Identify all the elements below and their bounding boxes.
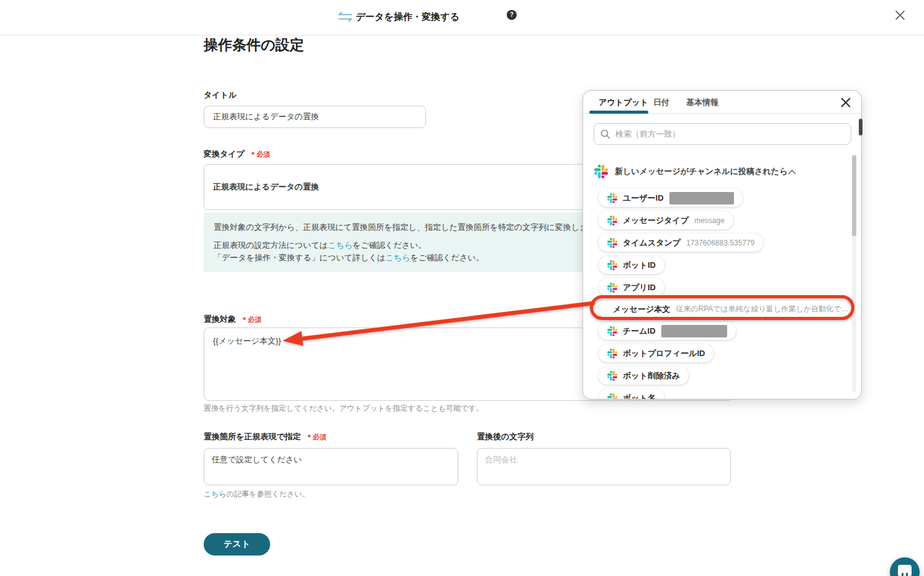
- help-icon[interactable]: ?: [507, 10, 517, 20]
- tab-date[interactable]: 日付: [653, 97, 669, 108]
- panel-close-icon[interactable]: [840, 97, 851, 111]
- slack-icon: [607, 283, 617, 293]
- type-field-label: 変換タイプ＊必須: [204, 149, 270, 160]
- redacted-value: [669, 192, 734, 204]
- redacted-value: [661, 325, 727, 337]
- search-placeholder: 検索（前方一致）: [615, 129, 680, 140]
- regex-textarea[interactable]: 任意で設定してください: [204, 448, 458, 485]
- slack-icon: [607, 238, 617, 248]
- required-badge: ＊必須: [250, 150, 270, 158]
- output-item-bot-profile-id[interactable]: ボットプロフィールID: [599, 344, 713, 362]
- required-badge: ＊必須: [241, 316, 261, 323]
- feature-guide-link[interactable]: こちら: [386, 253, 410, 262]
- output-item-timestamp[interactable]: タイムスタンプ 1737606883.535779: [599, 234, 763, 252]
- slack-icon: [607, 260, 617, 270]
- target-field-label: 置換対象＊必須: [204, 314, 261, 325]
- output-panel: アウトプット 日付 基本情報 検索（前方一致） 新しいメッセージがチャンネルに投…: [582, 90, 862, 400]
- tab-output[interactable]: アウトプット: [599, 97, 648, 108]
- output-item-user-id[interactable]: ユーザーID: [599, 189, 743, 207]
- hidden-button-edge: [859, 119, 863, 135]
- slack-icon: [607, 216, 617, 226]
- after-field-label: 置換後の文字列: [477, 431, 533, 442]
- trigger-group-label: 新しいメッセージがチャンネルに投稿されたら: [615, 166, 787, 177]
- output-item-bot-name[interactable]: ボット名: [599, 389, 664, 400]
- panel-scrollbar-thumb[interactable]: [852, 155, 856, 236]
- slack-icon: [607, 393, 617, 400]
- output-item-app-id[interactable]: アプリID: [599, 278, 664, 296]
- article-link[interactable]: こちら: [204, 490, 227, 498]
- output-item-bot-deleted[interactable]: ボット削除済み: [599, 367, 689, 385]
- slack-icon: [607, 371, 617, 381]
- modal-close-icon[interactable]: [894, 9, 906, 24]
- regex-helper-text: こちらの記事を参照ください。: [204, 489, 310, 500]
- test-button[interactable]: テスト: [204, 533, 270, 555]
- slack-icon: [607, 193, 617, 203]
- trigger-group-header[interactable]: 新しいメッセージがチャンネルに投稿されたら: [594, 162, 787, 181]
- slack-icon: [607, 349, 617, 359]
- page-title: 操作条件の設定: [204, 35, 304, 55]
- modal-header: データを操作・変換する ?: [0, 0, 924, 35]
- chat-launcher-button[interactable]: [890, 557, 920, 576]
- regex-guide-link[interactable]: こちら: [328, 240, 353, 250]
- output-item-message-type[interactable]: メッセージタイプ message: [599, 211, 733, 229]
- regex-field-label: 置換箇所を正規表現で指定＊必須: [204, 431, 327, 442]
- title-input[interactable]: 正規表現によるデータの置換: [204, 106, 426, 128]
- chat-icon: [898, 565, 912, 576]
- swap-arrows-icon: [338, 11, 353, 25]
- tab-basic-info[interactable]: 基本情報: [686, 97, 718, 108]
- modal-title: データを操作・変換する: [356, 11, 460, 23]
- required-badge: ＊必須: [306, 433, 327, 441]
- title-field-label: タイトル: [204, 89, 237, 101]
- chevron-up-icon[interactable]: [788, 169, 796, 175]
- active-tab-underline: [589, 111, 648, 114]
- target-helper-text: 置換を行う文字列を指定してください。アウトプットを指定することも可能です。: [204, 403, 483, 414]
- output-item-message-body[interactable]: メッセージ本文 従来のRPAでは単純な繰り返し作業しか自動化で…: [599, 299, 851, 319]
- output-item-team-id[interactable]: チームID: [599, 322, 736, 340]
- output-item-bot-id[interactable]: ボットID: [599, 256, 664, 274]
- search-icon: [600, 129, 610, 139]
- search-input[interactable]: 検索（前方一致）: [594, 123, 851, 145]
- after-textarea[interactable]: 合同会社: [477, 448, 731, 485]
- slack-icon: [607, 326, 617, 336]
- panel-tabs: アウトプット 日付 基本情報: [583, 91, 861, 114]
- slack-icon: [594, 165, 608, 178]
